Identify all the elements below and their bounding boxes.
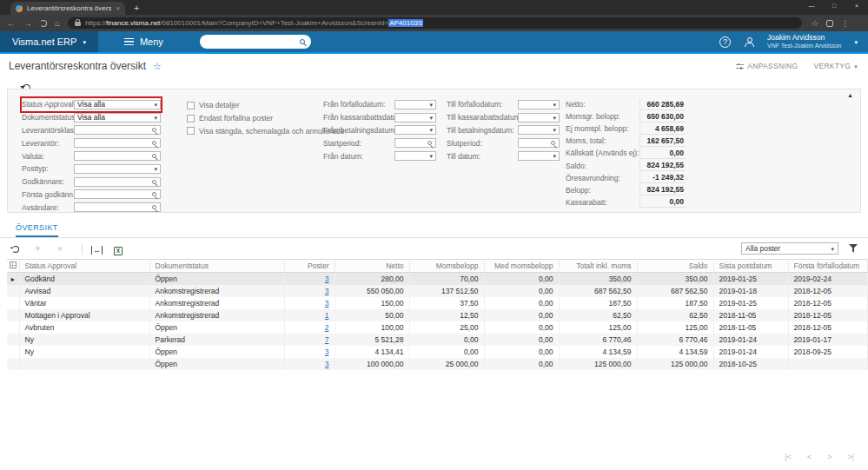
date-dropdown[interactable]: ▾ [518, 125, 560, 135]
page-actions: ANPASSNING VERKTYG ▾ [736, 62, 858, 70]
table-cell: Avvisad [19, 285, 149, 297]
column-header[interactable]: Poster [284, 260, 335, 273]
back-icon[interactable]: ← [7, 19, 16, 28]
poster-count-link[interactable]: 3 [325, 360, 329, 368]
filter-dropdown[interactable]: ▾ [74, 164, 161, 174]
browser-tab[interactable]: Leverantörsreskontra översikt × [10, 2, 125, 15]
period-lookup-input[interactable] [394, 138, 436, 148]
table-row[interactable]: ▸GodkändÖppen3280,0070,000,00350,00350,0… [7, 273, 867, 285]
pagination-first-icon[interactable]: |< [785, 453, 792, 461]
date-dropdown[interactable]: ▾ [394, 100, 436, 109]
filter-dropdown[interactable]: Visa alla▾ [74, 100, 161, 109]
user-chevron-down-icon[interactable]: ▾ [854, 39, 858, 45]
column-header[interactable]: Med momsbelopp [484, 260, 559, 273]
tools-button[interactable]: VERKTYG ▾ [813, 62, 858, 70]
column-header[interactable]: Netto [335, 260, 409, 273]
export-excel-button[interactable]: X [114, 241, 136, 256]
help-icon[interactable]: ? [719, 36, 731, 48]
column-header[interactable]: Första förfallodatum [788, 260, 867, 273]
table-cell: 2019-01-17 [788, 334, 867, 346]
global-search-input[interactable] [200, 35, 311, 49]
new-tab-button[interactable]: + [134, 3, 139, 15]
maximize-icon[interactable]: □ [823, 0, 845, 9]
filter-dropdown[interactable]: Visa alla▾ [74, 113, 161, 122]
close-icon[interactable]: × [845, 0, 868, 9]
poster-count-link[interactable]: 7 [325, 335, 329, 344]
browser-action-icon[interactable] [826, 20, 833, 27]
delete-row-button[interactable]: × [57, 244, 80, 254]
date-filter-row: Till förfallodatum:▾ [447, 98, 560, 111]
tab-close-icon[interactable]: × [116, 5, 120, 12]
collapse-panel-icon[interactable]: ▲ [847, 92, 853, 98]
filter-lookup-input[interactable] [74, 202, 161, 212]
date-dropdown[interactable]: ▾ [518, 151, 560, 161]
home-icon[interactable]: ⌂ [55, 19, 60, 28]
bookmark-star-icon[interactable]: ☆ [812, 19, 818, 28]
summary-value: 824 192,55 [639, 160, 686, 171]
table-row[interactable]: Mottagen i ApprovalAnkomstregistrerad150… [7, 309, 867, 321]
filter-lookup-input[interactable] [74, 138, 161, 148]
pagination-last-icon[interactable]: >| [847, 453, 854, 461]
pagination-prev-icon[interactable]: < [807, 453, 812, 461]
add-row-button[interactable]: + [35, 242, 57, 255]
table-row[interactable]: NyÖppen34 134,410,000,004 134,594 134,59… [7, 346, 867, 358]
period-lookup-input[interactable] [518, 138, 560, 148]
checkbox-icon[interactable] [187, 102, 195, 109]
checkbox-row[interactable]: Visa stängda, schemalagda och annullerad… [187, 125, 323, 138]
date-dropdown[interactable]: ▾ [394, 125, 436, 135]
poster-count-link[interactable]: 3 [325, 348, 329, 356]
column-header[interactable]: Totalt inkl. moms [559, 260, 637, 273]
tab-oversikt[interactable]: ÖVERSIKT [16, 223, 58, 237]
poster-count-link[interactable]: 3 [325, 275, 329, 283]
filter-lookup-input[interactable] [74, 151, 161, 161]
records-filter-select[interactable]: Alla poster ▾ [741, 242, 838, 255]
filter-row: Status Approval:Visa alla▾ [22, 98, 161, 111]
brand-switcher[interactable]: Visma.net ERP ▾ [0, 31, 98, 52]
checkbox-icon[interactable] [187, 127, 195, 135]
table-row[interactable]: AvvisadAnkomstregistrerad3550 050,00137 … [7, 285, 867, 297]
date-dropdown[interactable]: ▾ [518, 113, 560, 122]
pagination-next-icon[interactable]: > [827, 453, 832, 461]
column-header[interactable]: Dokumentstatus [149, 260, 284, 273]
filter-lookup-input[interactable] [74, 189, 161, 199]
table-cell: 2019-01-25 [713, 273, 788, 285]
favorite-star-icon[interactable]: ☆ [153, 61, 162, 72]
column-header[interactable]: Sista postdatum [713, 260, 788, 273]
table-row[interactable]: VäntarAnkomstregistrerad3150,0037,500,00… [7, 297, 867, 309]
column-settings-header[interactable] [7, 260, 19, 273]
user-menu[interactable]: Joakim Arvidsson VNF Test-Joakim Arvidss… [767, 34, 841, 50]
filter-lookup-input[interactable] [74, 177, 161, 187]
page-head: Leverantörsreskontra översikt ☆ ANPASSNI… [0, 54, 868, 75]
filter-lookup-input[interactable] [74, 125, 161, 135]
checkbox-row[interactable]: Visa detaljer [187, 99, 323, 112]
column-header[interactable]: Saldo [637, 260, 713, 273]
minimize-icon[interactable]: — [800, 0, 823, 9]
browser-menu-icon[interactable]: ⋮ [841, 19, 849, 28]
poster-count-link[interactable]: 3 [325, 299, 329, 308]
checkbox-icon[interactable] [187, 115, 195, 122]
url-input[interactable]: https://finance.visma.net/0810010001/Mai… [68, 17, 802, 29]
poster-count-link[interactable]: 2 [325, 323, 329, 332]
url-text[interactable]: https://finance.visma.net/0810010001/Mai… [85, 19, 423, 27]
date-dropdown[interactable]: ▾ [394, 151, 436, 161]
poster-count-link[interactable]: 1 [325, 311, 329, 320]
date-dropdown[interactable]: ▾ [394, 113, 436, 122]
checkbox-row[interactable]: Endast förfallna poster [187, 112, 323, 125]
reload-icon[interactable] [40, 20, 47, 27]
table-row[interactable]: AvbrutenÖppen2100,0025,000,00125,00125,0… [7, 321, 867, 334]
customize-button[interactable]: ANPASSNING [736, 62, 798, 70]
filter-funnel-icon[interactable] [849, 244, 858, 253]
table-row[interactable]: NyParkerad75 521,280,000,006 770,466 770… [7, 334, 867, 346]
fit-width-button[interactable]: ↔ [91, 241, 114, 256]
table-cell: 2019-01-24 [713, 346, 788, 358]
grid-refresh-button[interactable] [12, 241, 35, 256]
column-header[interactable]: Status Approval [19, 260, 149, 273]
app-header-right: ? Joakim Arvidsson VNF Test-Joakim Arvid… [719, 31, 868, 52]
row-marker-cell [7, 285, 19, 297]
forward-icon[interactable]: → [23, 19, 32, 28]
table-row[interactable]: Öppen3100 000,0025 000,000,00125 000,001… [7, 358, 867, 370]
column-header[interactable]: Momsbelopp [409, 260, 484, 273]
menu-button[interactable]: Meny [110, 31, 177, 52]
poster-count-link[interactable]: 3 [325, 287, 329, 295]
date-dropdown[interactable]: ▾ [518, 100, 560, 109]
